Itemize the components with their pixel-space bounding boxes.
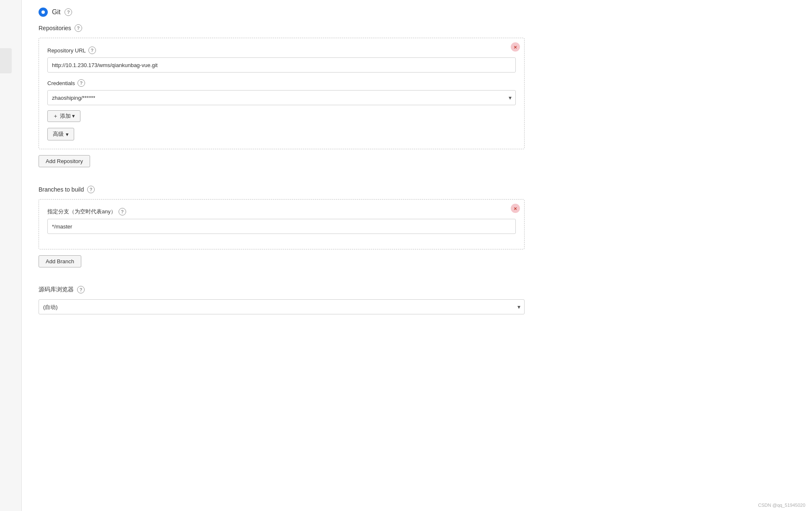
- credentials-add-button[interactable]: ＋ 添加 ▾: [47, 110, 80, 122]
- credentials-add-label: ＋ 添加 ▾: [53, 112, 75, 120]
- specify-branch-field-label: 指定分支（为空时代表any） ?: [47, 208, 516, 215]
- repositories-section: Repositories ? × Repository URL ? Creden…: [39, 24, 795, 176]
- specify-branch-label: 指定分支（为空时代表any）: [47, 208, 116, 215]
- source-browser-label: 源码库浏览器: [39, 286, 74, 293]
- credentials-select[interactable]: zhaoshiping/******: [47, 90, 516, 105]
- branch-box: × 指定分支（为空时代表any） ?: [39, 199, 525, 249]
- repo-url-field-label: Repository URL ?: [47, 47, 516, 54]
- add-branch-button[interactable]: Add Branch: [39, 255, 81, 267]
- git-header: Git ?: [39, 8, 795, 17]
- advanced-arrow-icon: ▾: [66, 131, 69, 137]
- advanced-label: 高级: [53, 130, 64, 138]
- add-repository-button[interactable]: Add Repository: [39, 155, 90, 167]
- source-browser-section: 源码库浏览器 ? (自动) ▾: [39, 286, 795, 314]
- branch-value-input[interactable]: [47, 219, 516, 234]
- repository-box: × Repository URL ? Credentials ? zhaoshi…: [39, 38, 525, 149]
- advanced-button[interactable]: 高级 ▾: [47, 128, 74, 140]
- branch-close-button[interactable]: ×: [511, 204, 520, 213]
- source-browser-header: 源码库浏览器 ?: [39, 286, 795, 293]
- git-title: Git: [52, 8, 60, 16]
- footer-note: CSDN @qq_51945020: [758, 503, 805, 508]
- branches-label: Branches to build: [39, 186, 84, 193]
- source-browser-help-icon[interactable]: ?: [77, 286, 85, 293]
- branches-header: Branches to build ?: [39, 186, 795, 193]
- main-content: Git ? Repositories ? × Repository URL ?: [22, 0, 812, 511]
- left-sidebar: [0, 0, 22, 511]
- repositories-help-icon[interactable]: ?: [75, 24, 82, 32]
- git-icon-dot: [41, 10, 45, 14]
- repo-url-label: Repository URL: [47, 47, 86, 54]
- credentials-label: Credentials: [47, 80, 75, 86]
- repositories-header: Repositories ?: [39, 24, 795, 32]
- credentials-field-label: Credentials ?: [47, 79, 516, 87]
- source-browser-select[interactable]: (自动): [39, 299, 525, 314]
- source-browser-select-wrapper: (自动) ▾: [39, 299, 525, 314]
- credentials-select-wrapper: zhaoshiping/****** ▾: [47, 90, 516, 105]
- repo-url-input[interactable]: [47, 57, 516, 73]
- advanced-section: 高级 ▾: [47, 128, 516, 140]
- credentials-help-icon[interactable]: ?: [78, 79, 85, 87]
- specify-branch-help-icon[interactable]: ?: [119, 208, 126, 215]
- repositories-label: Repositories: [39, 25, 71, 31]
- branches-section: Branches to build ? × 指定分支（为空时代表any） ? A…: [39, 186, 795, 277]
- git-help-icon[interactable]: ?: [65, 8, 72, 16]
- git-icon: [39, 8, 48, 17]
- sidebar-tab[interactable]: [0, 48, 12, 73]
- repo-url-help-icon[interactable]: ?: [88, 47, 96, 54]
- repository-close-button[interactable]: ×: [511, 42, 520, 52]
- branches-help-icon[interactable]: ?: [87, 186, 95, 193]
